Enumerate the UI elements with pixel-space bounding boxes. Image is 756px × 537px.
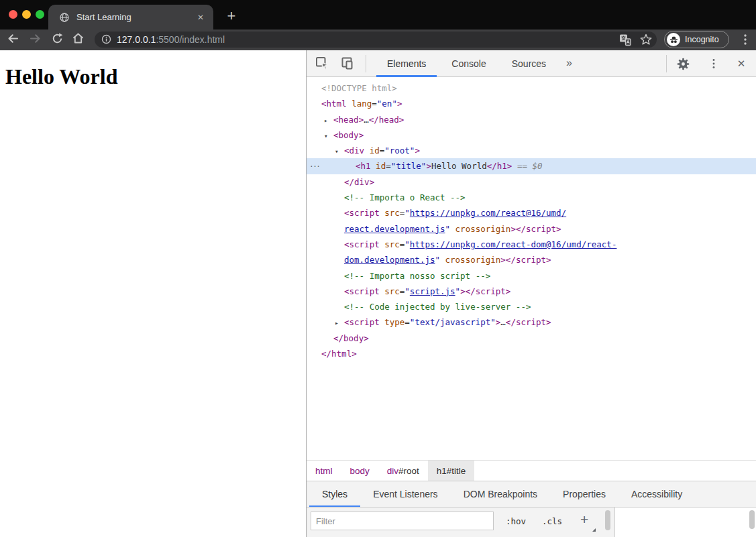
page-content: Hello World [0,50,306,537]
styles-filter-row: :hov .cls + [307,507,756,537]
computed-pane-scrollbar[interactable] [749,510,755,529]
expand-arrow-icon[interactable]: ▸ [324,113,333,128]
page-info-icon[interactable] [101,34,111,44]
minimize-window-button[interactable] [22,10,31,19]
code-token: </html> [321,349,357,359]
code-token: = [404,317,410,327]
inspect-element-icon[interactable] [315,56,331,72]
code-token: <script [344,239,380,249]
code-line[interactable]: ▸<head>…</head> [307,112,756,127]
code-token: <!-- Importa o React --> [344,192,466,202]
code-token: id [376,161,386,171]
reload-icon[interactable] [50,32,64,46]
code-token: "en" [377,99,397,109]
code-token: "title" [391,161,427,171]
url-host: 127.0.0.1 [117,34,156,45]
fullscreen-window-button[interactable] [36,10,44,19]
code-token: "root" [384,145,415,156]
code-line[interactable]: <!-- Importa o React --> [307,190,756,205]
sidebar-tab-event-listeners[interactable]: Event Listeners [360,481,451,507]
new-tab-button[interactable]: + [223,7,240,25]
code-token: "text/javascript" [410,317,496,327]
breadcrumb-item[interactable]: div#root [378,461,428,481]
code-token: ></script> [500,255,551,265]
toolbar-divider [666,55,667,72]
tab-sources[interactable]: Sources [501,50,557,77]
code-token: Hello World [431,161,487,171]
code-line[interactable]: <!DOCTYPE html> [307,80,756,96]
tab-console[interactable]: Console [441,50,496,77]
elements-tree: <!DOCTYPE html><html lang="en">▸<head>…<… [307,77,756,460]
close-window-button[interactable] [9,10,17,19]
new-style-rule-expand-icon[interactable] [592,528,596,532]
code-line[interactable]: </body> [307,331,756,346]
code-line[interactable]: ▾<body> [307,127,756,143]
code-token: $0 [532,161,542,171]
sidebar-tab-dom-breakpoints[interactable]: DOM Breakpoints [451,481,550,507]
home-icon[interactable] [71,32,85,46]
toggle-hover-state-button[interactable]: :hov [506,516,526,526]
code-line[interactable]: <script src="https://unpkg.com/react@16/… [307,205,756,221]
sidebar-tab-accessibility[interactable]: Accessibility [618,481,695,507]
code-line[interactable]: ▾<div id="root"> [307,143,756,158]
code-token [440,255,445,265]
devtools-menu-icon[interactable] [706,56,721,71]
bookmark-star-icon[interactable] [639,33,653,46]
sidebar-tab-properties[interactable]: Properties [550,481,618,507]
back-icon[interactable] [6,32,20,46]
code-line[interactable]: <script src="script.js"></script> [307,284,756,299]
code-token: " [404,286,410,296]
breadcrumb-selected-label: h1#title [437,466,466,476]
code-line[interactable]: dom.development.js" crossorigin></script… [307,252,756,267]
code-token: … [364,115,369,125]
code-token: > [426,161,431,171]
breadcrumb-item[interactable]: body [341,461,378,481]
code-line[interactable]: <!-- Code injected by live-server --> [307,299,756,314]
breadcrumb: htmlbodydiv#rooth1#title [307,460,756,481]
forward-icon[interactable] [28,32,42,46]
toggle-class-button[interactable]: .cls [542,516,562,526]
code-line[interactable]: <!-- Importa nosso script --> [307,268,756,284]
collapse-arrow-icon[interactable]: ▾ [324,128,333,143]
line-options-dots-icon[interactable]: ··· [310,158,321,174]
code-line[interactable]: <html lang="en"> [307,96,756,111]
breadcrumb-item[interactable]: html [307,461,341,481]
code-token: " [455,286,461,296]
more-tabs-icon[interactable]: » [561,50,578,77]
code-token: src [384,208,400,218]
browser-menu-icon[interactable] [738,32,753,47]
tab-elements[interactable]: Elements [376,50,437,77]
expand-arrow-icon[interactable]: ▸ [335,315,344,331]
code-token: id [370,145,380,156]
url-path: :5500/index.html [156,34,225,45]
tab-close-icon[interactable]: ✕ [195,13,207,22]
device-toolbar-icon[interactable] [340,56,356,72]
settings-gear-icon[interactable] [676,56,690,71]
code-token: type [384,317,404,327]
code-line[interactable]: </html> [307,346,756,361]
new-style-rule-button[interactable]: + [580,512,588,528]
globe-favicon-icon [59,12,70,23]
translate-icon[interactable] [618,33,632,46]
code-token: src [384,239,400,249]
breadcrumb-tag: div [387,466,398,476]
devtools-close-icon[interactable]: ✕ [734,56,749,71]
code-token: = [372,99,377,109]
code-token: ></script> [510,224,561,234]
collapse-arrow-icon[interactable]: ▾ [335,143,344,159]
code-line[interactable]: </div> [307,174,756,190]
code-token: " [445,224,451,234]
address-bar[interactable]: 127.0.0.1:5500/index.html [95,32,657,48]
code-line[interactable]: <script src="https://unpkg.com/react-dom… [307,237,756,252]
code-line-selected[interactable]: ···<h1 id="title">Hello World</h1> == $0 [307,158,756,174]
code-line[interactable]: ▸<script type="text/javascript">…</scrip… [307,314,756,330]
sidebar-tab-styles[interactable]: Styles [309,481,360,507]
code-line[interactable]: react.development.js" crossorigin></scri… [307,221,756,237]
styles-filter-input[interactable] [311,512,494,530]
code-token: = [386,161,391,171]
styles-pane-scrollbar[interactable] [605,510,610,530]
browser-tab[interactable]: Start Learning ✕ [48,5,213,29]
breadcrumb-item[interactable]: h1#title [428,461,475,481]
devtools-toolbar: ElementsConsoleSources» [307,50,756,77]
code-token: <!DOCTYPE html> [321,83,397,93]
